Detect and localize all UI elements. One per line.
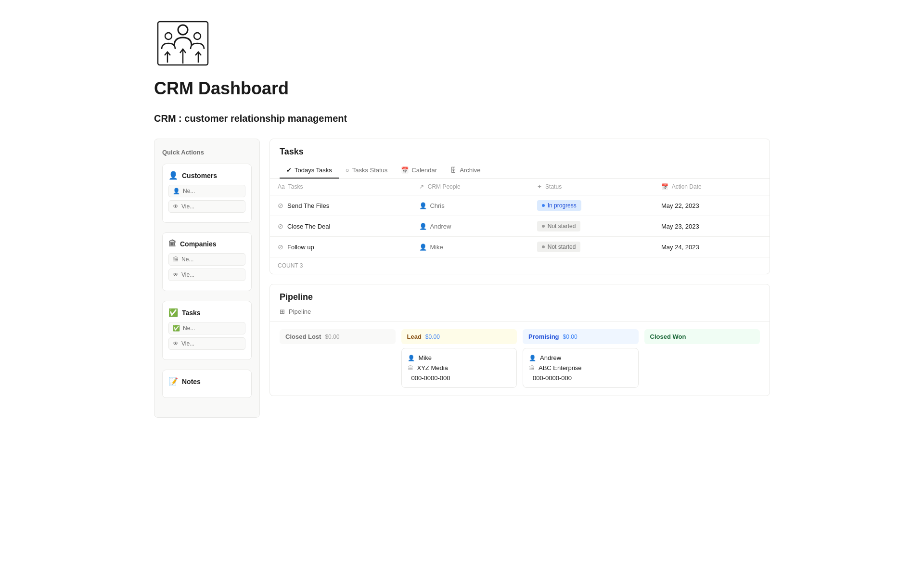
status-cell-1: Not started [529, 216, 654, 237]
task-cell-1: ⊘ Close The Deal [270, 216, 411, 237]
tasks-count-row: COUNT 3 [270, 257, 770, 274]
col-header-status: ✦ Status [529, 179, 654, 195]
person-name-0: Chris [430, 202, 444, 209]
lead-label: Lead [407, 333, 422, 340]
promising-label: Promising [528, 333, 559, 340]
sidebar-title: Quick Actions [162, 149, 252, 156]
tab-todays-tasks-label: Todays Tasks [295, 167, 332, 174]
count-num: 3 [300, 262, 303, 269]
task-cell-0: ⊘ Send The Files [270, 195, 411, 216]
card-andrew-name-row: 👤 Andrew [529, 354, 632, 361]
sidebar-notes-label: Notes [182, 378, 201, 385]
table-row: ⊘ Send The Files 👤 Chris In progress May… [270, 195, 770, 216]
tab-todays-tasks[interactable]: ✔ Todays Tasks [280, 163, 339, 179]
tasks-tabs: ✔ Todays Tasks ○ Tasks Status 📅 Calendar… [270, 157, 770, 179]
person-icon-2: 👤 [419, 244, 427, 251]
col-header-status-label: Status [545, 183, 562, 190]
card-andrew-company-row: 🏛 ABC Enterprise [529, 364, 632, 372]
person-small-icon: 👤 [173, 188, 180, 194]
svg-point-2 [194, 33, 201, 39]
pipeline-label-text: Pipeline [289, 308, 311, 315]
sidebar-companies-header: 🏛 Companies [168, 240, 245, 248]
pipeline-col-closed-lost: Closed Lost $0.00 [280, 329, 396, 388]
task-label-1: Close The Deal [287, 223, 330, 230]
tab-calendar[interactable]: 📅 Calendar [394, 163, 444, 179]
customers-new-button[interactable]: 👤 Ne... [168, 185, 245, 197]
pipeline-col-promising-header: Promising $0.00 [523, 329, 639, 344]
companies-view-button[interactable]: 👁 Vie... [168, 269, 245, 281]
pipeline-col-promising: Promising $0.00 👤 Andrew 🏛 ABC Enterpris… [523, 329, 639, 388]
eye-icon-tasks: 👁 [173, 340, 179, 347]
task-cell-2: ⊘ Follow up [270, 237, 411, 257]
task-name-2: ⊘ Follow up [278, 243, 404, 251]
closed-lost-amount: $0.00 [325, 333, 339, 340]
status-cell-0: In progress [529, 195, 654, 216]
date-value-2: May 24, 2023 [661, 244, 699, 251]
col-header-action-date-label: Action Date [672, 183, 702, 190]
check-small-icon: ✅ [173, 325, 180, 332]
col-header-tasks-label: Tasks [288, 183, 303, 190]
eye-icon-customers: 👁 [173, 203, 179, 210]
tasks-view-label: Vie... [181, 340, 194, 347]
building-icon: 🏛 [168, 240, 176, 248]
sidebar-customers-header: 👤 Customers [168, 171, 245, 180]
card-mike-company: XYZ Media [417, 364, 448, 372]
archive-icon: 🗄 [450, 167, 457, 174]
person-name-2: Mike [430, 244, 443, 251]
status-text-1: Not started [548, 223, 576, 230]
circle-icon: ○ [346, 167, 349, 174]
companies-new-button[interactable]: 🏛 Ne... [168, 253, 245, 266]
task-check-icon-2: ⊘ [278, 243, 283, 251]
customers-view-button[interactable]: 👁 Vie... [168, 200, 245, 213]
person-name-row-0: 👤 Chris [419, 202, 521, 209]
tasks-view-button[interactable]: 👁 Vie... [168, 337, 245, 350]
pipeline-view-label: ⊞ Pipeline [270, 302, 770, 321]
person-cell-0: 👤 Chris [411, 195, 529, 216]
calendar-icon: 📅 [401, 167, 409, 174]
sidebar-customers-label: Customers [182, 172, 217, 180]
tab-archive[interactable]: 🗄 Archive [444, 163, 487, 179]
card-andrew-phone: 000-0000-000 [533, 374, 572, 382]
tab-tasks-status[interactable]: ○ Tasks Status [339, 163, 395, 179]
sidebar: Quick Actions 👤 Customers 👤 Ne... 👁 Vie.… [154, 139, 260, 418]
customers-view-label: Vie... [181, 203, 194, 210]
tasks-table-wrap: Aa Tasks ↗ CRM People ✦ Status [270, 179, 770, 274]
pipeline-card-mike: 👤 Mike 🏛 XYZ Media 000-0000-000 [401, 348, 517, 388]
date-cell-1: May 23, 2023 [654, 216, 770, 237]
tasks-new-button[interactable]: ✅ Ne... [168, 322, 245, 334]
task-check-icon-0: ⊘ [278, 202, 283, 209]
person-icon-1: 👤 [419, 223, 427, 230]
status-badge-2: Not started [537, 242, 581, 252]
main-layout: Quick Actions 👤 Customers 👤 Ne... 👁 Vie.… [154, 139, 770, 418]
person-name-row-1: 👤 Andrew [419, 223, 521, 230]
status-text-0: In progress [548, 202, 577, 209]
text-icon: Aa [278, 183, 285, 190]
table-row: ⊘ Follow up 👤 Mike Not started May 24, 2… [270, 237, 770, 257]
card-mike-name-row: 👤 Mike [408, 354, 511, 361]
status-badge-0: In progress [537, 200, 581, 211]
tasks-section-card: Tasks ✔ Todays Tasks ○ Tasks Status 📅 Ca… [270, 139, 770, 274]
card-andrew-company: ABC Enterprise [539, 364, 582, 372]
closed-lost-label: Closed Lost [285, 333, 321, 340]
card-mike-company-row: 🏛 XYZ Media [408, 364, 511, 372]
card-mike-phone: 000-0000-000 [411, 374, 450, 382]
tab-calendar-label: Calendar [411, 167, 437, 174]
sidebar-section-tasks: ✅ Tasks ✅ Ne... 👁 Vie... [162, 301, 252, 360]
person-cell-2: 👤 Mike [411, 237, 529, 257]
note-icon: 📝 [168, 377, 178, 386]
pipeline-section-card: Pipeline ⊞ Pipeline Closed Lost $0.00 [270, 284, 770, 396]
tasks-table: Aa Tasks ↗ CRM People ✦ Status [270, 179, 770, 257]
sidebar-tasks-header: ✅ Tasks [168, 308, 245, 317]
table-row: ⊘ Close The Deal 👤 Andrew Not started Ma… [270, 216, 770, 237]
check-circle-icon: ✅ [168, 308, 178, 317]
task-name-0: ⊘ Send The Files [278, 202, 404, 209]
building-small-icon: 🏛 [173, 256, 179, 263]
tab-tasks-status-label: Tasks Status [352, 167, 388, 174]
companies-new-label: Ne... [181, 256, 193, 263]
tasks-new-label: Ne... [183, 325, 195, 332]
task-name-1: ⊘ Close The Deal [278, 222, 404, 230]
tab-archive-label: Archive [460, 167, 480, 174]
col-header-crm-people: ↗ CRM People [411, 179, 529, 195]
person-icon: 👤 [168, 171, 178, 180]
page-subtitle: CRM : customer relationship management [154, 113, 770, 124]
